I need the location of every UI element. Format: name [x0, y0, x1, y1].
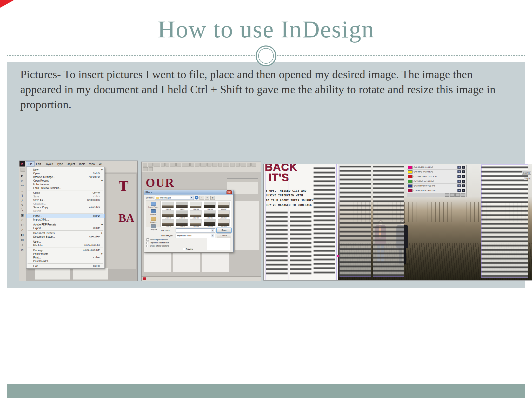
swatch-row[interactable]: C=15 M=100 Y=100 K=0▦▤: [407, 174, 466, 179]
menubar-item-table[interactable]: Table: [77, 162, 87, 166]
place-sidebar-recent-places[interactable]: Recent Places: [148, 202, 159, 208]
toolbar-icon[interactable]: [148, 163, 153, 167]
note-tool-icon[interactable]: ▤: [20, 237, 25, 242]
menu-item-browse-in-bridge[interactable]: Browse in Bridge...Alt+Ctrl+O: [26, 175, 104, 179]
menu-item-save-a-copy[interactable]: Save a Copy...Alt+Ctrl+S: [26, 205, 104, 209]
zoom-tool-icon[interactable]: ◎: [20, 247, 25, 252]
menubar-item-wi[interactable]: Wi: [97, 162, 104, 166]
toolbar-icon[interactable]: [182, 163, 190, 167]
file-thumbnail[interactable]: _1012907: [217, 202, 230, 210]
menu-item-print-presets[interactable]: Print Presets▶: [26, 252, 104, 256]
place-sidebar-desktop[interactable]: Desktop: [150, 209, 156, 215]
menu-item-new[interactable]: New▶: [26, 168, 104, 171]
toolbar-icon[interactable]: [223, 163, 229, 167]
swatch-row[interactable]: C=75 M=5 Y=100 K=0▦▤: [407, 179, 466, 184]
folder-dropdown[interactable]: final images ▼: [155, 196, 194, 200]
file-thumbnail[interactable]: _1012905: [189, 202, 202, 210]
file-thumbnail[interactable]: _1012903: [161, 202, 175, 210]
back-button[interactable]: ◀: [195, 196, 198, 200]
menu-item-print-booklet[interactable]: Print Booklet...: [26, 259, 104, 263]
menu-item-exit[interactable]: ExitCtrl+Q: [26, 264, 104, 268]
file-thumbnail[interactable]: _1012915: [189, 219, 202, 227]
file-thumbnail[interactable]: _1012913: [161, 219, 175, 227]
file-thumbnail[interactable]: _1012906: [203, 202, 216, 210]
menubar-item-edit[interactable]: Edit: [34, 162, 43, 166]
menu-item-adobe-pdf-presets[interactable]: Adobe PDF Presets▶: [26, 223, 104, 226]
menu-item-save-as[interactable]: Save As...Shift+Ctrl+S: [26, 198, 104, 202]
menu-item-print[interactable]: Print...Ctrl+P: [26, 256, 104, 259]
file-thumbnail[interactable]: _1012909: [175, 210, 189, 219]
file-thumbnail[interactable]: _1012911: [203, 210, 216, 219]
gradient-tool-icon[interactable]: ◧: [20, 232, 25, 237]
menu-item-folio-preview[interactable]: Folio Preview: [26, 182, 104, 186]
file-thumbnail[interactable]: _1012912: [217, 210, 230, 219]
option-show-import-options[interactable]: Show Import Options: [147, 238, 169, 241]
swatch-row[interactable]: C=0 M=100 Y=0 K=0▦▤: [407, 165, 466, 170]
toolbar-icon[interactable]: [212, 163, 217, 167]
file-thumbnail[interactable]: _1012917: [217, 219, 230, 227]
menu-item-folio-preview-settings[interactable]: Folio Preview Settings...: [26, 186, 104, 190]
menubar-item-file[interactable]: File: [26, 162, 34, 166]
up-folder-button[interactable]: ↑: [200, 196, 204, 200]
menu-item-user[interactable]: User...: [26, 240, 104, 243]
new-folder-button[interactable]: +: [205, 196, 209, 200]
toolbar-icon[interactable]: [230, 163, 235, 167]
menu-item-open-recent[interactable]: Open Recent▶: [26, 179, 104, 182]
page-tool-icon[interactable]: ▭: [20, 183, 25, 188]
toolbar-icon[interactable]: [21, 168, 25, 172]
file-name-input[interactable]: ▼: [176, 228, 215, 232]
rectangle-tool-icon[interactable]: □: [20, 218, 25, 223]
option-replace-selected-item[interactable]: Replace Selected Item: [147, 242, 169, 244]
menu-item-document-setup[interactable]: Document Setup...Alt+Ctrl+P: [26, 235, 104, 238]
selection-tool-icon[interactable]: ▶: [20, 173, 25, 178]
panel-button[interactable]: [455, 193, 460, 197]
option-create-static-captions[interactable]: Create Static Captions: [147, 245, 169, 247]
place-sidebar-libraries[interactable]: Libraries: [150, 217, 157, 223]
views-button[interactable]: ▦: [210, 196, 215, 200]
menu-item-file-info[interactable]: File Info...Alt+Shift+Ctrl+I: [26, 243, 104, 247]
menubar-item-layout[interactable]: Layout: [43, 162, 55, 166]
toolbar-icon[interactable]: [170, 163, 176, 167]
scissors-tool-icon[interactable]: ✂: [20, 223, 25, 228]
open-button[interactable]: Open: [217, 228, 231, 232]
toolbar-icon[interactable]: [195, 163, 200, 167]
toolbar-icon[interactable]: [236, 163, 240, 167]
panel-button[interactable]: [450, 193, 455, 197]
menubar-item-view[interactable]: View: [87, 162, 97, 166]
type-tool-icon[interactable]: T: [20, 193, 25, 198]
panel-button[interactable]: [445, 193, 449, 197]
file-thumbnail[interactable]: _1012914: [175, 219, 189, 227]
pen-tool-icon[interactable]: ✎: [20, 203, 25, 208]
toolbar-icon[interactable]: [165, 163, 169, 167]
free-transform-tool-icon[interactable]: ◇: [20, 228, 25, 232]
swatch-row[interactable]: C=100 M=90 Y=10 K=0▦▤: [407, 184, 466, 188]
toolbar-icon[interactable]: [200, 163, 207, 167]
cancel-button[interactable]: Cancel: [217, 234, 231, 238]
toolbar-icon[interactable]: [241, 163, 246, 167]
toolbar-icon[interactable]: [143, 167, 148, 171]
toolbar-icon[interactable]: [247, 163, 251, 167]
file-thumbnail[interactable]: _1012910: [189, 210, 202, 219]
swatch-row[interactable]: C=0 M=0 Y=100 K=0▦▤: [407, 170, 466, 174]
swatch-row[interactable]: C=0 M=100 Y=50 K=10▦▤: [407, 188, 466, 193]
panel-button[interactable]: [461, 193, 465, 197]
toolbar-icon[interactable]: [149, 167, 153, 171]
close-icon[interactable]: ×: [227, 190, 232, 194]
menu-item-document-presets[interactable]: Document Presets▶: [26, 231, 104, 235]
hand-tool-icon[interactable]: ○: [20, 242, 25, 247]
file-thumbnail[interactable]: _1012904: [175, 202, 189, 210]
gap-tool-icon[interactable]: ↔: [20, 188, 25, 193]
file-thumbnail[interactable]: _1012908: [161, 210, 175, 219]
menu-item-close[interactable]: CloseCtrl+W: [26, 191, 104, 195]
direct-selection-tool-icon[interactable]: ▷: [20, 178, 25, 183]
toolbar-icon[interactable]: [176, 163, 181, 167]
line-tool-icon[interactable]: ╱: [20, 198, 25, 203]
place-sidebar-computer[interactable]: Computer: [150, 224, 157, 230]
menubar-item-type[interactable]: Type: [55, 162, 65, 166]
toolbar-icon[interactable]: [207, 163, 211, 167]
file-thumbnail[interactable]: _1012916: [203, 219, 216, 227]
toolbar-icon[interactable]: [190, 163, 194, 167]
toolbar-icon[interactable]: [251, 163, 256, 167]
menu-item-open[interactable]: Open...Ctrl+O: [26, 171, 104, 175]
menubar-item-object[interactable]: Object: [65, 162, 77, 166]
